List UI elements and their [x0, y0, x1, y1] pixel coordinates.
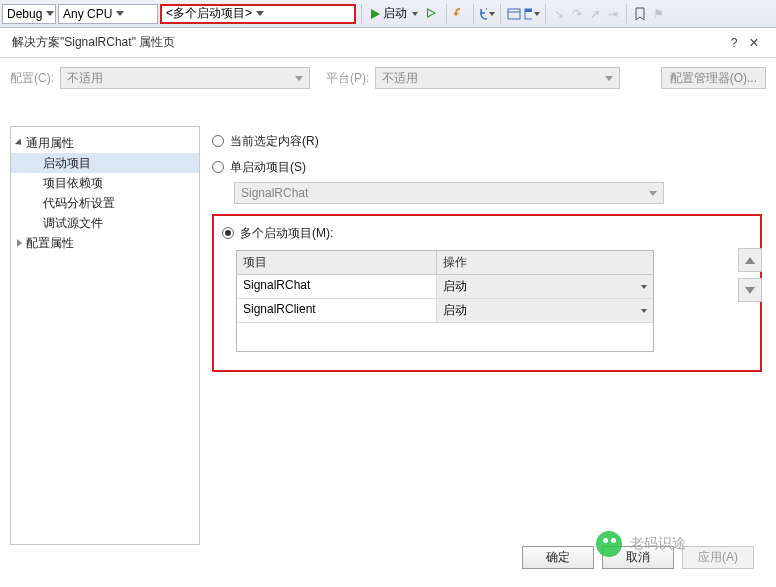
grid-empty-area: [237, 323, 653, 351]
cell-action-value: 启动: [443, 278, 467, 295]
config-platform-row: 配置(C): 不适用 平台(P): 不适用 配置管理器(O)...: [0, 58, 776, 98]
tree-node-label: 通用属性: [26, 135, 74, 152]
tree-node-config[interactable]: 配置属性: [11, 233, 199, 253]
move-up-button[interactable]: [738, 248, 762, 272]
cell-action-select[interactable]: 启动: [437, 275, 653, 298]
toolbar-separator: [500, 4, 501, 24]
multi-startup-box: 多个启动项目(M): 项目 操作 SignalRChat 启动 SignalRC…: [212, 214, 762, 372]
single-startup-value: SignalRChat: [241, 186, 308, 200]
chevron-down-icon: [534, 12, 540, 16]
category-tree[interactable]: 通用属性 启动项目 项目依赖项 代码分析设置 调试源文件 配置属性: [10, 126, 200, 545]
browser-icon[interactable]: [506, 6, 522, 22]
svg-rect-3: [525, 9, 532, 12]
config-select: 不适用: [60, 67, 310, 89]
hot-reload-icon[interactable]: [452, 6, 468, 22]
config-select-value: 不适用: [67, 70, 103, 87]
watermark-text: 老码识途: [630, 535, 686, 553]
cell-project: SignalRClient: [237, 299, 437, 322]
chevron-down-icon: [489, 12, 495, 16]
platform-select-value: 不适用: [382, 70, 418, 87]
apply-button: 应用(A): [682, 546, 754, 569]
radio-icon: [212, 161, 224, 173]
col-header-action: 操作: [437, 251, 653, 274]
startup-projects-grid[interactable]: 项目 操作 SignalRChat 启动 SignalRClient 启动: [236, 250, 654, 352]
tree-item-dependencies[interactable]: 项目依赖项: [11, 173, 199, 193]
radio-label: 单启动项目(S): [230, 159, 306, 176]
chevron-down-icon: [605, 76, 613, 81]
dialog-titlebar: 解决方案"SignalRChat" 属性页 ? ×: [0, 28, 776, 58]
property-pages-dialog: 解决方案"SignalRChat" 属性页 ? × 配置(C): 不适用 平台(…: [0, 28, 776, 587]
tree-item-code-analysis[interactable]: 代码分析设置: [11, 193, 199, 213]
chevron-down-icon: [256, 11, 264, 16]
help-button[interactable]: ?: [724, 36, 744, 50]
platform-combo[interactable]: Any CPU: [58, 4, 158, 24]
close-button[interactable]: ×: [744, 34, 764, 52]
radio-multi-startup[interactable]: 多个启动项目(M):: [222, 222, 752, 244]
start-button-label: 启动: [383, 5, 407, 22]
play-outline-icon: [428, 9, 437, 19]
reorder-buttons: [738, 248, 762, 302]
dialog-body: 通用属性 启动项目 项目依赖项 代码分析设置 调试源文件 配置属性 当前选定内容…: [0, 126, 776, 545]
platform-label: 平台(P):: [326, 70, 369, 87]
step-into-icon[interactable]: ↘: [551, 6, 567, 22]
chevron-down-icon: [641, 285, 647, 289]
step-icon[interactable]: ⇥: [605, 6, 621, 22]
start-button[interactable]: 启动: [367, 4, 422, 24]
watermark: 老码识途: [596, 531, 686, 557]
toolbar-separator: [361, 4, 362, 24]
platform-combo-text: Any CPU: [63, 7, 112, 21]
grid-header: 项目 操作: [237, 251, 653, 275]
radio-current-selection[interactable]: 当前选定内容(R): [212, 130, 762, 152]
collapse-icon: [17, 239, 22, 247]
chevron-down-icon: [641, 309, 647, 313]
move-down-button[interactable]: [738, 278, 762, 302]
chevron-down-icon: [412, 12, 418, 16]
chevron-down-icon: [46, 11, 54, 16]
radio-icon-selected: [222, 227, 234, 239]
config-label: 配置(C):: [10, 70, 54, 87]
refresh-icon[interactable]: [479, 6, 495, 22]
tree-node-label: 配置属性: [26, 235, 74, 252]
ok-label: 确定: [546, 549, 570, 566]
tree-node-common[interactable]: 通用属性: [11, 133, 199, 153]
arrow-down-icon: [745, 287, 755, 294]
bookmark-icon[interactable]: [632, 6, 648, 22]
toolbar-separator: [626, 4, 627, 24]
chevron-down-icon: [649, 191, 657, 196]
start-without-debug-button[interactable]: [424, 4, 441, 24]
window-icon[interactable]: [524, 6, 540, 22]
expand-icon: [15, 138, 24, 147]
main-toolbar: Debug Any CPU <多个启动项目> 启动 ↘ ↷ ↗ ⇥ ⚑: [0, 0, 776, 28]
col-header-project: 项目: [237, 251, 437, 274]
radio-label: 多个启动项目(M):: [240, 225, 333, 242]
toolbar-separator: [446, 4, 447, 24]
toolbar-separator: [545, 4, 546, 24]
config-combo-text: Debug: [7, 7, 42, 21]
cell-action-select[interactable]: 启动: [437, 299, 653, 322]
config-manager-button: 配置管理器(O)...: [661, 67, 766, 89]
grid-row[interactable]: SignalRClient 启动: [237, 299, 653, 323]
tree-item-label: 项目依赖项: [43, 175, 103, 192]
step-over-icon[interactable]: ↷: [569, 6, 585, 22]
tree-item-debug-source[interactable]: 调试源文件: [11, 213, 199, 233]
startup-combo[interactable]: <多个启动项目>: [160, 4, 356, 24]
dialog-title: 解决方案"SignalRChat" 属性页: [12, 34, 724, 51]
tree-item-startup[interactable]: 启动项目: [11, 153, 199, 173]
chevron-down-icon: [116, 11, 124, 16]
chevron-down-icon: [295, 76, 303, 81]
apply-label: 应用(A): [698, 549, 738, 566]
cell-project: SignalRChat: [237, 275, 437, 298]
config-combo[interactable]: Debug: [2, 4, 56, 24]
radio-icon: [212, 135, 224, 147]
svg-rect-0: [508, 9, 520, 19]
single-startup-select: SignalRChat: [234, 182, 664, 204]
config-manager-label: 配置管理器(O)...: [670, 70, 757, 87]
toolbar-separator: [473, 4, 474, 24]
startup-settings-pane: 当前选定内容(R) 单启动项目(S) SignalRChat 多个启动项目(M)…: [208, 126, 776, 545]
step-out-icon[interactable]: ↗: [587, 6, 603, 22]
radio-single-startup[interactable]: 单启动项目(S): [212, 156, 762, 178]
grid-row[interactable]: SignalRChat 启动: [237, 275, 653, 299]
flag-icon[interactable]: ⚑: [650, 6, 666, 22]
wechat-icon: [596, 531, 622, 557]
ok-button[interactable]: 确定: [522, 546, 594, 569]
